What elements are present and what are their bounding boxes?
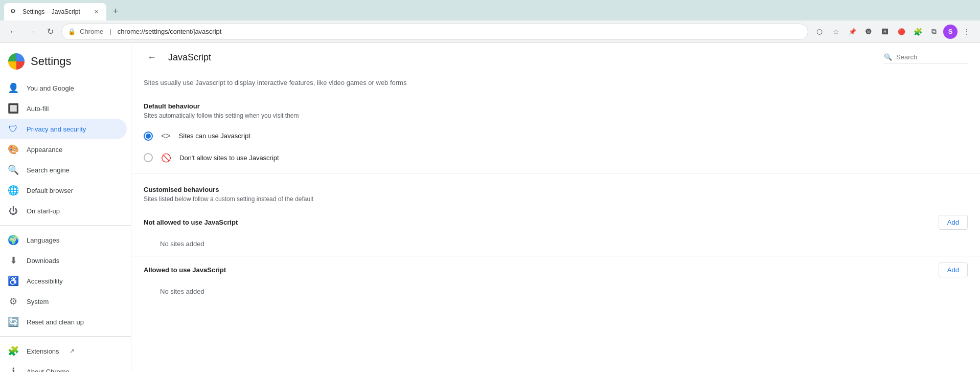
sidebar-item-default-browser[interactable]: 🌐 Default browser (0, 180, 127, 201)
palette-icon: 🎨 (8, 144, 18, 155)
radio-deny-label: Don't allow sites to use Javascript (179, 154, 279, 162)
sidebar: Settings 👤 You and Google 🔲 Auto-fill 🛡 … (0, 43, 131, 372)
cast-icon[interactable]: ⬡ (812, 25, 827, 39)
sidebar-item-autofill[interactable]: 🔲 Auto-fill (0, 98, 127, 119)
sidebar-label-default-browser: Default browser (27, 187, 73, 194)
menu-icon[interactable]: ⋮ (960, 25, 974, 39)
active-tab[interactable]: ⚙ Settings – JavaScript ✕ (4, 3, 106, 20)
lock-icon: 🔒 (68, 28, 76, 35)
bookmark-icon[interactable]: ☆ (829, 25, 843, 39)
sidebar-item-privacy[interactable]: 🛡 Privacy and security (0, 119, 127, 139)
accessibility-icon: ♿ (8, 275, 18, 287)
forward-button[interactable]: → (25, 25, 39, 39)
info-icon: ℹ (8, 366, 18, 372)
tab-favicon: ⚙ (10, 8, 18, 16)
sidebar-label-accessibility: Accessibility (27, 277, 63, 285)
sidebar-label-downloads: Downloads (27, 257, 59, 265)
download-icon: ⬇ (8, 255, 18, 266)
radio-deny-circle (144, 153, 153, 162)
address-prefix: Chrome (80, 28, 103, 35)
ext-icon-4[interactable]: 🔴 (894, 25, 908, 39)
person-icon: 👤 (8, 82, 18, 94)
back-button[interactable]: ← (6, 25, 20, 39)
ext-icon-1[interactable]: 📌 (845, 25, 859, 39)
sidebar-item-reset[interactable]: 🔄 Reset and clean up (0, 312, 127, 332)
panel-title: JavaScript (168, 52, 876, 63)
allowed-empty: No sites added (131, 283, 980, 303)
sidebar-label-you-google: You and Google (27, 84, 74, 92)
sidebar-label-privacy: Privacy and security (27, 125, 86, 133)
not-allowed-empty: No sites added (131, 236, 980, 256)
sidebar-label-autofill: Auto-fill (27, 105, 49, 113)
custom-behaviours-sub: Sites listed below follow a custom setti… (131, 195, 980, 209)
custom-behaviours-label: Customised behaviours (131, 178, 980, 195)
panel-description: Sites usually use Javascript to display … (131, 72, 980, 94)
sidebar-header: Settings (0, 47, 131, 78)
sidebar-item-accessibility[interactable]: ♿ Accessibility (0, 271, 127, 291)
radio-option-deny[interactable]: 🚫 Don't allow sites to use Javascript (131, 147, 980, 169)
sidebar-divider-2 (0, 336, 131, 337)
sidebar-title: Settings (31, 55, 72, 68)
sidebar-label-languages: Languages (27, 236, 59, 244)
globe-icon: 🌍 (8, 234, 18, 246)
panel-search-icon: 🔍 (884, 53, 892, 61)
radio-option-allow[interactable]: <> Sites can use Javascript (131, 125, 980, 147)
code-icon: <> (161, 132, 171, 141)
sidebar-label-about: About Chrome (27, 368, 70, 373)
tab-bar: ⚙ Settings – JavaScript ✕ + (0, 0, 980, 20)
system-icon: ⚙ (8, 296, 18, 307)
sidebar-item-about[interactable]: ℹ About Chrome (0, 361, 127, 372)
sidebar-item-you-google[interactable]: 👤 You and Google (0, 78, 127, 98)
sidebar-item-search-engine[interactable]: 🔍 Search engine (0, 160, 127, 180)
address-bar[interactable]: 🔒 Chrome | chrome://settings/content/jav… (61, 24, 808, 40)
not-allowed-add-button[interactable]: Add (939, 215, 968, 230)
allowed-header: Allowed to use JavaScript Add (131, 256, 980, 283)
main-area: Settings 👤 You and Google 🔲 Auto-fill 🛡 … (0, 43, 980, 372)
toolbar: ← → ↻ 🔒 Chrome | chrome://settings/conte… (0, 20, 980, 43)
refresh-button[interactable]: ↻ (43, 25, 57, 39)
block-icon: 🚫 (161, 153, 171, 163)
sidebar-label-appearance: Appearance (27, 146, 62, 154)
sidebar-item-appearance[interactable]: 🎨 Appearance (0, 139, 127, 160)
split-screen-icon[interactable]: ⧉ (927, 25, 941, 39)
default-behaviour-label: Default behaviour (131, 94, 980, 112)
section-divider (131, 173, 980, 173)
sidebar-label-on-startup: On start-up (27, 207, 60, 215)
sidebar-label-system: System (27, 298, 49, 305)
sidebar-item-system[interactable]: ⚙ System (0, 291, 127, 312)
tab-title: Settings – JavaScript (22, 8, 80, 15)
ext-icon-2[interactable]: 🅖 (861, 25, 876, 39)
sidebar-item-downloads[interactable]: ⬇ Downloads (0, 250, 127, 271)
radio-allow-circle (144, 132, 153, 141)
panel-search-box[interactable]: 🔍 (884, 51, 968, 63)
allowed-add-button[interactable]: Add (939, 262, 968, 277)
right-panel: ← JavaScript 🔍 Sites usually use Javascr… (131, 43, 980, 372)
ext-icon-3[interactable]: 🅰 (878, 25, 892, 39)
sidebar-item-languages[interactable]: 🌍 Languages (0, 230, 127, 250)
address-text: chrome://settings/content/javascript (118, 28, 802, 35)
sidebar-item-on-startup[interactable]: ⏻ On start-up (0, 201, 127, 221)
not-allowed-header: Not allowed to use JavaScript Add (131, 209, 980, 236)
sidebar-label-search-engine: Search engine (27, 166, 70, 174)
toolbar-icons: ⬡ ☆ 📌 🅖 🅰 🔴 🧩 ⧉ S ⋮ (812, 25, 974, 39)
tab-close-button[interactable]: ✕ (92, 8, 100, 16)
sidebar-divider-1 (0, 225, 131, 226)
radio-allow-label: Sites can use Javascript (179, 132, 250, 140)
power-icon: ⏻ (8, 206, 18, 216)
new-tab-button[interactable]: + (108, 4, 123, 18)
profile-avatar[interactable]: S (943, 25, 958, 39)
default-behaviour-sub: Sites automatically follow this setting … (131, 112, 980, 125)
shield-icon: 🛡 (8, 124, 18, 135)
panel-header: ← JavaScript 🔍 (131, 43, 980, 72)
chrome-logo (8, 53, 25, 70)
extensions-puzzle-icon[interactable]: 🧩 (910, 25, 925, 39)
sidebar-label-extensions: Extensions (27, 347, 59, 355)
panel-search-input[interactable] (896, 53, 968, 61)
browser-icon: 🌐 (8, 185, 18, 196)
sidebar-item-extensions[interactable]: 🧩 Extensions ↗ (0, 341, 127, 361)
extensions-icon: 🧩 (8, 345, 18, 357)
panel-back-button[interactable]: ← (144, 49, 160, 65)
allowed-label: Allowed to use JavaScript (144, 266, 226, 274)
browser-frame: ⚙ Settings – JavaScript ✕ + ← → ↻ 🔒 Chro… (0, 0, 980, 372)
reset-icon: 🔄 (8, 316, 18, 327)
